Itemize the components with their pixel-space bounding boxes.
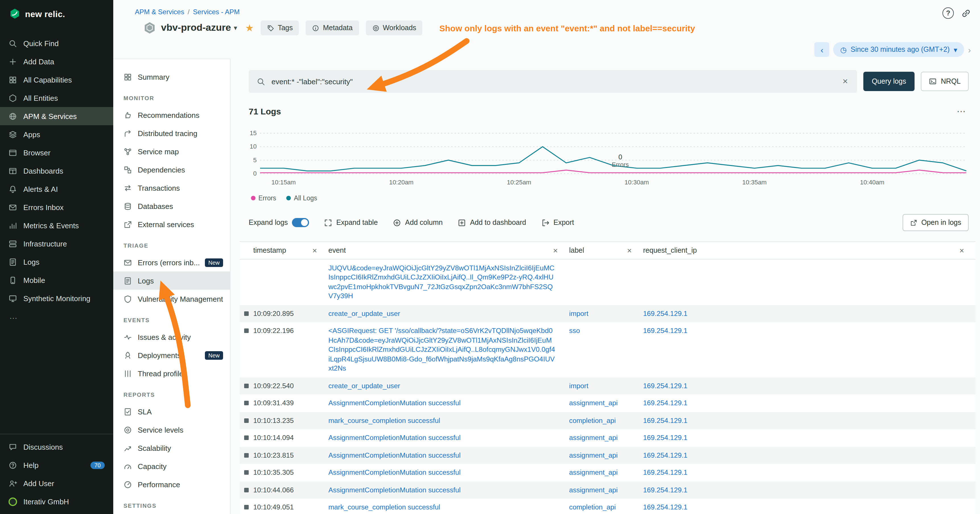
log-event-link[interactable]: AssignmentCompletionMutation successful xyxy=(328,434,461,442)
log-label-link[interactable]: assignment_api xyxy=(569,451,618,459)
log-ip-link[interactable]: 169.254.129.1 xyxy=(643,327,687,335)
log-label-link[interactable]: assignment_api xyxy=(569,399,618,407)
sidebar-item-logs[interactable]: Logs xyxy=(0,253,113,271)
remove-column-timestamp-button[interactable]: × xyxy=(312,246,321,255)
legend-item-all-logs[interactable]: All Logs xyxy=(286,195,317,202)
sidebar-item-add-user[interactable]: Add User xyxy=(0,474,113,492)
log-row-handle[interactable] xyxy=(244,436,249,440)
permalink-icon[interactable] xyxy=(961,8,971,18)
sidebar-more[interactable]: ... xyxy=(0,307,113,325)
log-row-handle[interactable] xyxy=(244,418,249,423)
sidebar-item-apm-services[interactable]: APM & Services xyxy=(0,107,113,125)
sidebar-item-synthetic-monitoring[interactable]: Synthetic Monitoring xyxy=(0,289,113,307)
sidebar-item-browser[interactable]: Browser xyxy=(0,143,113,162)
sidebar-item-all-entities[interactable]: All Entities xyxy=(0,89,113,107)
subnav-item-summary[interactable]: Summary xyxy=(113,68,230,86)
query-logs-button[interactable]: Query logs xyxy=(863,72,915,91)
export-button[interactable]: Export xyxy=(541,218,574,227)
log-event-link[interactable]: create_or_update_user xyxy=(328,382,400,390)
log-label-link[interactable]: completion_api xyxy=(569,503,616,511)
overflow-menu-icon[interactable]: ⋯ xyxy=(957,108,966,114)
sidebar-item-apps[interactable]: Apps xyxy=(0,125,113,143)
log-row-handle[interactable] xyxy=(244,329,249,333)
log-ip-link[interactable]: 169.254.129.1 xyxy=(643,416,687,424)
subnav-item-sla[interactable]: SLA xyxy=(113,403,230,421)
remove-column-label-button[interactable]: × xyxy=(627,246,636,255)
metadata-button[interactable]: Metadata xyxy=(306,21,359,35)
subnav-item-issues-activity[interactable]: Issues & activity xyxy=(113,328,230,346)
toggle-on-icon[interactable] xyxy=(292,218,309,227)
subnav-item-service-map[interactable]: Service map xyxy=(113,142,230,161)
sidebar-item-all-capabilities[interactable]: All Capabilities xyxy=(0,71,113,89)
sidebar-item-alerts-ai[interactable]: Alerts & AI xyxy=(0,180,113,198)
log-ip-link[interactable]: 169.254.129.1 xyxy=(643,468,687,476)
log-row[interactable]: JUQVU&code=eyJraWQiOiJjcGltY29yZV8wOTl1M… xyxy=(240,259,975,305)
log-row-handle[interactable] xyxy=(244,505,249,509)
log-event-link[interactable]: mark_course_completion successful xyxy=(328,503,440,511)
log-event-link[interactable]: AssignmentCompletionMutation successful xyxy=(328,451,461,459)
log-row[interactable]: 10:10:23.815AssignmentCompletionMutation… xyxy=(240,447,975,464)
sidebar-item-discussions[interactable]: Discussions xyxy=(0,438,113,456)
log-row-handle[interactable] xyxy=(244,401,249,405)
log-event-link[interactable]: AssignmentCompletionMutation successful xyxy=(328,399,461,407)
log-row-handle[interactable] xyxy=(244,470,249,475)
workloads-button[interactable]: Workloads xyxy=(366,21,423,35)
log-event-link[interactable]: JUQVU&code=eyJraWQiOiJjcGltY29yZV8wOTl1M… xyxy=(328,264,554,300)
log-ip-link[interactable]: 169.254.129.1 xyxy=(643,503,687,511)
sidebar-item-iterativ-gmbh[interactable]: Iterativ GmbH xyxy=(0,492,113,511)
log-label-link[interactable]: import xyxy=(569,382,589,390)
subnav-item-vulnerability-management[interactable]: Vulnerability Management xyxy=(113,290,230,308)
log-label-link[interactable]: sso xyxy=(569,327,580,335)
open-in-logs-button[interactable]: Open in logs xyxy=(903,214,969,231)
time-forward-button[interactable]: › xyxy=(968,45,971,54)
log-event-link[interactable]: AssignmentCompletionMutation successful xyxy=(328,486,461,494)
tags-button[interactable]: Tags xyxy=(261,21,299,35)
legend-item-errors[interactable]: Errors xyxy=(251,195,276,202)
log-row[interactable]: 10:09:20.895create_or_update_userimport1… xyxy=(240,305,975,323)
log-row[interactable]: 10:10:49.051mark_course_completion succe… xyxy=(240,499,975,514)
subnav-item-logs[interactable]: Logs xyxy=(113,272,230,290)
log-row[interactable]: 10:09:22.196<ASGIRequest: GET '/sso/call… xyxy=(240,323,975,377)
add-column-button[interactable]: Add column xyxy=(393,218,443,227)
sidebar-item-mobile[interactable]: Mobile xyxy=(0,271,113,289)
subnav-item-external-services[interactable]: External services xyxy=(113,215,230,233)
subnav-item-thread-profiler[interactable]: Thread profiler xyxy=(113,364,230,382)
subnav-item-distributed-tracing[interactable]: Distributed tracing xyxy=(113,124,230,142)
subnav-item-databases[interactable]: Databases xyxy=(113,197,230,215)
subnav-item-deployments[interactable]: DeploymentsNew xyxy=(113,346,230,364)
subnav-item-scalability[interactable]: Scalability xyxy=(113,439,230,457)
subnav-item-dependencies[interactable]: Dependencies xyxy=(113,161,230,179)
log-event-link[interactable]: mark_course_completion successful xyxy=(328,416,440,424)
expand-table-button[interactable]: Expand table xyxy=(324,218,378,227)
breadcrumb-link-apm-services[interactable]: APM & Services xyxy=(135,8,184,16)
log-row-handle[interactable] xyxy=(244,487,249,492)
subnav-item-recommendations[interactable]: Recommendations xyxy=(113,106,230,124)
add-to-dashboard-button[interactable]: Add to dashboard xyxy=(458,218,526,227)
log-label-link[interactable]: assignment_api xyxy=(569,486,618,494)
clear-query-icon[interactable]: × xyxy=(842,76,849,86)
log-row-handle[interactable] xyxy=(244,311,249,316)
sidebar-item-infrastructure[interactable]: Infrastructure xyxy=(0,234,113,253)
log-label-link[interactable]: assignment_api xyxy=(569,434,618,442)
sidebar-item-quick-find[interactable]: Quick Find xyxy=(0,34,113,53)
subnav-item-performance[interactable]: Performance xyxy=(113,475,230,493)
log-ip-link[interactable]: 169.254.129.1 xyxy=(643,486,687,494)
sidebar-item-add-data[interactable]: Add Data xyxy=(0,53,113,71)
time-back-button[interactable]: ‹ xyxy=(815,42,829,57)
sidebar-item-errors-inbox[interactable]: Errors Inbox xyxy=(0,198,113,216)
subnav-item-transactions[interactable]: Transactions xyxy=(113,179,230,197)
log-event-link[interactable]: <ASGIRequest: GET '/sso/callback/?state=… xyxy=(328,327,555,372)
log-row-handle[interactable] xyxy=(244,453,249,457)
breadcrumb-link-services-apm[interactable]: Services - APM xyxy=(193,8,240,16)
log-query-input[interactable] xyxy=(270,76,836,86)
sidebar-item-dashboards[interactable]: Dashboards xyxy=(0,162,113,180)
log-ip-link[interactable]: 169.254.129.1 xyxy=(643,451,687,459)
log-row[interactable]: 10:10:14.094AssignmentCompletionMutation… xyxy=(240,429,975,447)
favorite-star-icon[interactable]: ★ xyxy=(245,22,254,34)
remove-column-event-button[interactable]: × xyxy=(553,246,562,255)
log-row-handle[interactable] xyxy=(244,384,249,388)
expand-logs-toggle[interactable]: Expand logs xyxy=(249,218,309,227)
log-row[interactable]: 10:09:31.439AssignmentCompletionMutation… xyxy=(240,395,975,412)
time-picker[interactable]: ◷ Since 30 minutes ago (GMT+2) ▾ xyxy=(834,42,964,57)
log-label-link[interactable]: import xyxy=(569,310,589,318)
